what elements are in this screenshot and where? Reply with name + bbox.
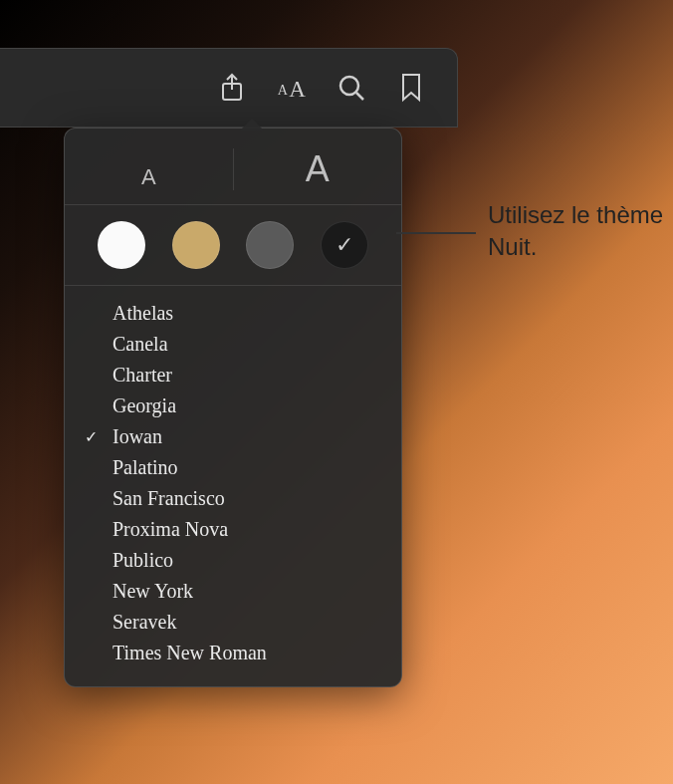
font-item-athelas[interactable]: Athelas bbox=[65, 298, 401, 329]
font-label: Seravek bbox=[112, 611, 176, 634]
check-icon: ✓ bbox=[85, 427, 112, 446]
popover-caret bbox=[240, 119, 264, 131]
theme-sepia[interactable] bbox=[172, 221, 220, 269]
appearance-popover: A A ✓ Athelas Canela Charter Georgia bbox=[64, 128, 402, 687]
share-icon[interactable] bbox=[216, 72, 248, 104]
toolbar: A A bbox=[0, 49, 457, 109]
font-label: Athelas bbox=[112, 302, 173, 325]
font-label: Palatino bbox=[112, 456, 178, 479]
font-item-palatino[interactable]: Palatino bbox=[65, 452, 401, 483]
font-label: Times New Roman bbox=[112, 642, 267, 664]
font-item-times-new-roman[interactable]: Times New Roman bbox=[65, 638, 401, 668]
font-list: Athelas Canela Charter Georgia ✓ Iowan P… bbox=[65, 286, 401, 668]
font-label: San Francisco bbox=[112, 487, 225, 510]
font-label: Georgia bbox=[112, 394, 176, 417]
increase-font-button[interactable]: A bbox=[234, 148, 402, 190]
check-icon: ✓ bbox=[336, 232, 353, 258]
decrease-font-button[interactable]: A bbox=[65, 148, 234, 190]
theme-row: ✓ bbox=[65, 205, 401, 286]
font-label: Charter bbox=[112, 364, 172, 387]
svg-point-3 bbox=[340, 77, 358, 95]
size-small-label: A bbox=[141, 164, 156, 190]
font-label: New York bbox=[112, 580, 193, 603]
font-item-proxima-nova[interactable]: Proxima Nova bbox=[65, 514, 401, 545]
svg-text:A: A bbox=[278, 82, 289, 98]
app-window: A A bbox=[0, 48, 458, 128]
size-large-label: A bbox=[306, 148, 330, 190]
font-item-seravek[interactable]: Seravek bbox=[65, 607, 401, 638]
font-label: Proxima Nova bbox=[112, 518, 228, 541]
font-item-new-york[interactable]: New York bbox=[65, 576, 401, 607]
font-item-publico[interactable]: Publico bbox=[65, 545, 401, 576]
search-icon[interactable] bbox=[336, 72, 367, 104]
font-item-canela[interactable]: Canela bbox=[65, 329, 401, 360]
bookmark-icon[interactable] bbox=[395, 72, 427, 104]
font-item-iowan[interactable]: ✓ Iowan bbox=[65, 421, 401, 452]
font-item-san-francisco[interactable]: San Francisco bbox=[65, 483, 401, 514]
font-label: Iowan bbox=[112, 425, 162, 448]
callout-text: Utilisez le thème Nuit. bbox=[488, 199, 667, 264]
font-label: Canela bbox=[112, 333, 168, 356]
theme-gray[interactable] bbox=[246, 221, 294, 269]
callout-line bbox=[396, 232, 476, 234]
theme-night[interactable]: ✓ bbox=[321, 221, 368, 269]
theme-white[interactable] bbox=[98, 221, 145, 269]
font-label: Publico bbox=[112, 549, 173, 572]
appearance-icon[interactable]: A A bbox=[276, 72, 308, 104]
font-item-georgia[interactable]: Georgia bbox=[65, 391, 401, 421]
svg-text:A: A bbox=[289, 76, 306, 102]
font-size-row: A A bbox=[65, 142, 401, 205]
font-item-charter[interactable]: Charter bbox=[65, 360, 401, 391]
